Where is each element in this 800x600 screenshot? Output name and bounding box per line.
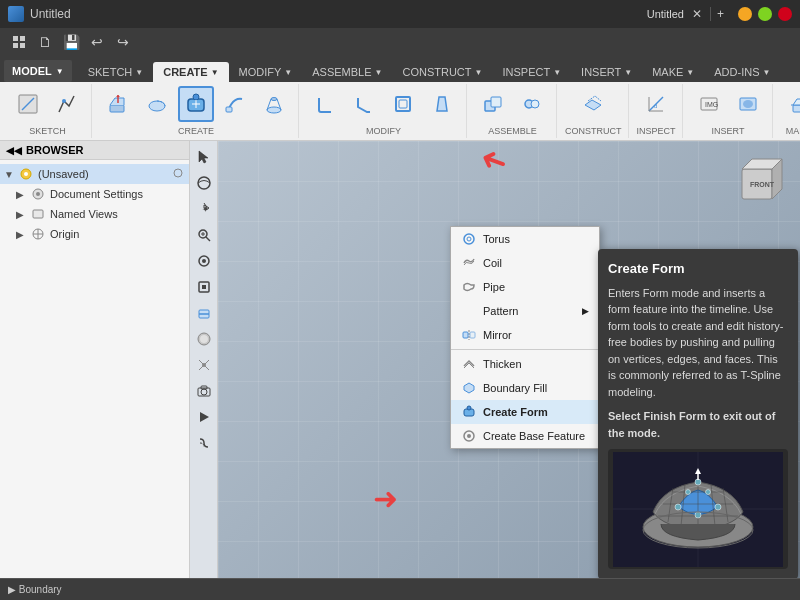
loft-btn[interactable] xyxy=(256,86,292,122)
browser-tree: ▼ (Unsaved) ▶ Document Settings ▶ xyxy=(0,160,189,578)
tab-sketch[interactable]: SKETCH▼ xyxy=(78,62,154,82)
svg-point-82 xyxy=(675,504,681,510)
tree-expand-origin[interactable]: ▶ xyxy=(16,229,28,240)
redo-btn[interactable]: ↪ xyxy=(112,31,134,53)
visual-style-btn[interactable] xyxy=(192,327,216,351)
close-btn[interactable] xyxy=(778,7,792,21)
createform-icon xyxy=(461,404,477,420)
tab-inspect[interactable]: INSPECT▼ xyxy=(492,62,571,82)
grid-display-btn[interactable] xyxy=(192,353,216,377)
tree-item-namedviews[interactable]: ▶ Named Views xyxy=(0,204,189,224)
menu-item-thicken[interactable]: Thicken xyxy=(451,352,599,376)
new-component-btn[interactable] xyxy=(475,86,511,122)
tab-create[interactable]: CREATE▼ xyxy=(153,62,228,82)
svg-point-47 xyxy=(202,259,206,263)
grid-view-btn[interactable] xyxy=(8,31,30,53)
canvas-btn[interactable]: IMG xyxy=(691,86,727,122)
status-text: ▶ Boundary xyxy=(8,584,62,595)
tree-item-origin[interactable]: ▶ Origin xyxy=(0,224,189,244)
create-dropdown-menu: Torus Coil Pipe Pattern ▶ xyxy=(450,226,600,449)
look-at-btn[interactable] xyxy=(192,249,216,273)
offset-plane-btn[interactable] xyxy=(575,86,611,122)
save-btn[interactable]: 💾 xyxy=(60,31,82,53)
boundaryfill-icon xyxy=(461,380,477,396)
menu-item-boundaryfill[interactable]: Boundary Fill xyxy=(451,376,599,400)
svg-rect-36 xyxy=(33,210,43,218)
viewport[interactable]: FRONT Torus Coil Pipe xyxy=(218,141,800,578)
tab-addins[interactable]: ADD-INS▼ xyxy=(704,62,780,82)
tab-insert[interactable]: INSERT▼ xyxy=(571,62,642,82)
zoom-btn[interactable] xyxy=(192,223,216,247)
svg-point-11 xyxy=(267,107,281,113)
maximize-btn[interactable] xyxy=(758,7,772,21)
browser-collapse-btn[interactable]: ◀◀ xyxy=(6,145,22,156)
tree-expand-namedviews[interactable]: ▶ xyxy=(16,209,28,220)
status-bar: ▶ Boundary xyxy=(0,578,800,600)
tree-label-namedviews: Named Views xyxy=(50,208,118,220)
measure-btn[interactable]: d xyxy=(638,86,674,122)
tab-make[interactable]: MAKE▼ xyxy=(642,62,704,82)
camera-btn[interactable] xyxy=(192,379,216,403)
tree-icon-origin xyxy=(30,226,46,242)
form-btn[interactable] xyxy=(178,86,214,122)
pattern-icon xyxy=(461,303,477,319)
menu-item-mirror[interactable]: Mirror xyxy=(451,323,599,347)
menu-item-createform[interactable]: Create Form xyxy=(451,400,599,424)
svg-point-55 xyxy=(202,363,206,367)
revolve-btn[interactable] xyxy=(139,86,175,122)
3dprint-btn[interactable] xyxy=(781,86,800,122)
new-tab-btn[interactable]: + xyxy=(710,7,730,21)
sketch-btn[interactable] xyxy=(10,86,46,122)
tab-assemble[interactable]: ASSEMBLE▼ xyxy=(302,62,392,82)
svg-point-71 xyxy=(467,434,471,438)
undo-btn[interactable]: ↩ xyxy=(86,31,108,53)
svg-rect-3 xyxy=(110,105,124,112)
create-sketch-btn[interactable] xyxy=(49,86,85,122)
tab-close[interactable]: ✕ xyxy=(688,7,706,21)
make-group: MAKE xyxy=(775,84,800,138)
create-group-label: CREATE xyxy=(178,126,214,136)
tooltip-body1: Enters Form mode and inserts a form feat… xyxy=(608,285,788,401)
tab-construct[interactable]: CONSTRUCT▼ xyxy=(392,62,492,82)
svg-rect-65 xyxy=(463,332,468,338)
decal-btn[interactable] xyxy=(730,86,766,122)
shell-btn[interactable] xyxy=(385,86,421,122)
menu-item-pipe[interactable]: Pipe xyxy=(451,275,599,299)
menu-item-pattern[interactable]: Pattern ▶ xyxy=(451,299,599,323)
new-doc-btn[interactable]: 🗋 xyxy=(34,31,56,53)
menu-item-createbase[interactable]: Create Base Feature xyxy=(451,424,599,448)
svg-point-33 xyxy=(174,169,182,177)
sweep-btn[interactable] xyxy=(217,86,253,122)
view-cube[interactable]: FRONT xyxy=(732,149,792,209)
insert-group: IMG INSERT xyxy=(685,84,773,138)
fit-view-btn[interactable] xyxy=(192,275,216,299)
tree-expand-docsettings[interactable]: ▶ xyxy=(16,189,28,200)
svg-point-40 xyxy=(198,177,210,189)
menu-item-torus[interactable]: Torus xyxy=(451,227,599,251)
tab-modify[interactable]: MODIFY▼ xyxy=(229,62,303,82)
tree-item-docsettings[interactable]: ▶ Document Settings xyxy=(0,184,189,204)
chamfer-btn[interactable] xyxy=(346,86,382,122)
simulation-btn[interactable] xyxy=(192,405,216,429)
svg-point-63 xyxy=(467,237,471,241)
svg-point-84 xyxy=(686,489,691,494)
menu-item-coil[interactable]: Coil xyxy=(451,251,599,275)
spring-btn[interactable] xyxy=(192,431,216,455)
section-analysis-btn[interactable] xyxy=(192,301,216,325)
svg-point-69 xyxy=(467,406,471,410)
select-tool-btn[interactable] xyxy=(192,145,216,169)
svg-rect-14 xyxy=(399,100,407,108)
orbit-btn[interactable] xyxy=(192,171,216,195)
tree-expand-unsaved[interactable]: ▼ xyxy=(4,169,16,180)
thicken-label: Thicken xyxy=(483,358,522,370)
draft-btn[interactable] xyxy=(424,86,460,122)
minimize-btn[interactable] xyxy=(738,7,752,21)
createbase-icon xyxy=(461,428,477,444)
svg-line-43 xyxy=(206,237,210,241)
mode-selector[interactable]: MODEL ▼ xyxy=(4,60,72,82)
tree-item-unsaved[interactable]: ▼ (Unsaved) xyxy=(0,164,189,184)
extrude-btn[interactable] xyxy=(100,86,136,122)
pan-btn[interactable]: ✦ xyxy=(192,197,216,221)
fillet-btn[interactable] xyxy=(307,86,343,122)
joint-btn[interactable] xyxy=(514,86,550,122)
